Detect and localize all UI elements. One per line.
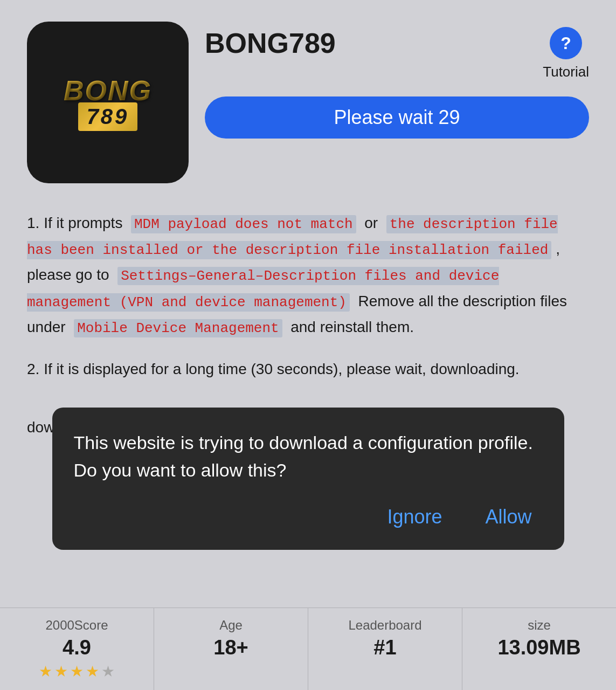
age-label: Age: [219, 618, 243, 633]
size-label: size: [528, 618, 551, 633]
instruction-2-prefix: 2. If it is displayed for a long time (3…: [27, 361, 520, 377]
mdm-payload-highlight: MDM payload does not match: [131, 215, 356, 233]
bong-text: BONG: [64, 74, 152, 107]
wait-button[interactable]: Please wait 29: [205, 96, 589, 139]
title-row: BONG789 ? Tutorial: [205, 27, 589, 80]
789-box: 789: [78, 102, 138, 131]
config-profile-dialog: This website is trying to download a con…: [52, 408, 564, 550]
app-title: BONG789: [205, 27, 336, 59]
stat-size: size 13.09MB: [462, 608, 616, 690]
instruction-2: 2. If it is displayed for a long time (3…: [27, 356, 589, 382]
stats-row: 2000Score 4.9 ★ ★ ★ ★ ★ Age 18+ Leaderbo…: [0, 608, 616, 690]
instructions-section: 1. If it prompts MDM payload does not ma…: [0, 194, 616, 415]
header: BONG 789 BONG789 ? Tutorial Please wait …: [0, 0, 616, 194]
stars-row: ★ ★ ★ ★ ★: [39, 663, 115, 680]
help-button[interactable]: ?: [550, 27, 582, 59]
size-value: 13.09MB: [497, 636, 580, 659]
dialog-message: This website is trying to download a con…: [74, 429, 543, 484]
stat-score: 2000Score 4.9 ★ ★ ★ ★ ★: [0, 608, 154, 690]
app-icon: BONG 789: [27, 22, 189, 183]
ignore-button[interactable]: Ignore: [376, 500, 453, 534]
instruction-1-end: and reinstall them.: [290, 319, 414, 335]
score-value: 4.9: [63, 636, 91, 659]
instruction-1-or: or: [364, 215, 378, 231]
age-value: 18+: [213, 636, 248, 659]
stat-leaderboard: Leaderboard #1: [308, 608, 462, 690]
instruction-1: 1. If it prompts MDM payload does not ma…: [27, 210, 589, 340]
allow-button[interactable]: Allow: [474, 500, 542, 534]
leaderboard-label: Leaderboard: [348, 618, 421, 633]
leaderboard-value: #1: [373, 636, 396, 659]
star-4: ★: [86, 663, 99, 680]
star-5: ★: [101, 663, 115, 680]
dialog-buttons: Ignore Allow: [74, 500, 543, 534]
score-label: 2000Score: [45, 618, 108, 633]
stat-age: Age 18+: [154, 608, 308, 690]
789-text: 789: [87, 105, 129, 128]
instruction-2-text: 2. If it is displayed for a long time (3…: [27, 356, 589, 382]
app-icon-inner: BONG 789: [64, 74, 152, 131]
tutorial-label: Tutorial: [543, 64, 589, 80]
question-mark-icon: ?: [560, 33, 571, 53]
mdm-highlight: Mobile Device Management: [74, 319, 282, 337]
help-tutorial: ? Tutorial: [543, 27, 589, 80]
star-3: ★: [70, 663, 84, 680]
star-1: ★: [39, 663, 52, 680]
instruction-1-prefix: 1. If it prompts: [27, 215, 122, 231]
star-2: ★: [54, 663, 68, 680]
instruction-1-text: 1. If it prompts MDM payload does not ma…: [27, 210, 589, 340]
header-right: BONG789 ? Tutorial Please wait 29: [205, 22, 589, 139]
